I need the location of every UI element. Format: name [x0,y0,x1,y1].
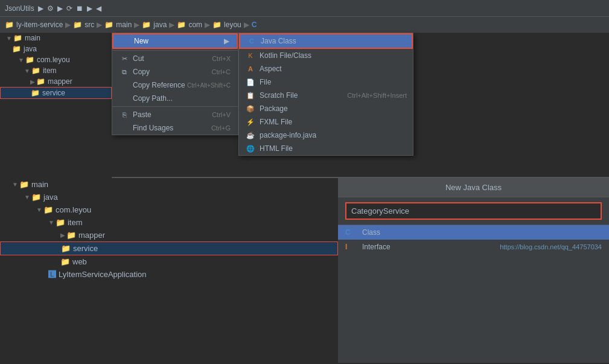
menu-item-copy[interactable]: ⧉ Copy Ctrl+C [112,65,238,78]
paste-icon: ⎘ [120,111,129,118]
tree-item-item[interactable]: ▼ 📁 item [0,65,112,76]
toolbar-icon7[interactable]: ◀ [96,4,101,13]
toolbar: JsonUtils ▶ ⚙ ▶ ⟳ ⏹ ▶ ◀ [0,0,609,17]
toolbar-icon4[interactable]: ⟳ [66,4,72,13]
file-icon: 📄 [245,78,256,86]
dialog-input-row[interactable] [338,197,609,225]
menu-item-new[interactable]: New ▶ [112,33,238,49]
bottom-right-panel: New Java Class C Class I Interface https… [338,178,609,363]
scratch-icon: 📋 [245,92,256,100]
dialog-title: New Java Class [338,178,609,197]
bottom-file-tree: ▼ 📁 main ▼ 📁 java ▼ 📁 com.leyou ▼ 📁 item… [0,178,338,363]
tree-item-mapper[interactable]: ▶ 📁 mapper [0,76,112,87]
toolbar-icon1[interactable]: ▶ [38,4,43,13]
submenu-item-scratch[interactable]: 📋 Scratch File Ctrl+Alt+Shift+Insert [239,89,413,102]
menu-item-find-usages[interactable]: Find Usages Ctrl+G [112,121,238,135]
breadcrumb-part6[interactable]: leyou [224,21,241,29]
toolbar-icon5[interactable]: ⏹ [76,4,83,13]
toolbar-icon6[interactable]: ▶ [87,4,92,13]
submenu-item-java-class[interactable]: C Java Class [239,33,413,49]
submenu-item-package-info[interactable]: ☕ package-info.java [239,129,413,142]
context-menu: New ▶ ✂ Cut Ctrl+X ⧉ Copy Ctrl+C Copy Re… [112,33,238,135]
submenu-item-html[interactable]: 🌐 HTML File [239,142,413,155]
breadcrumb-part1[interactable]: ly-item-service [16,21,63,29]
tree-item-main[interactable]: ▼ 📁 main [0,33,112,43]
csdn-url: https://blog.csdn.net/qq_44757034 [500,243,602,251]
menu-item-paste[interactable]: ⎘ Paste Ctrl+V [112,108,238,121]
kotlin-icon: K [245,52,256,59]
menu-separator-2 [112,106,238,107]
aspect-icon: A [245,65,256,72]
fxml-icon: ⚡ [245,118,256,126]
interface-i-icon: I [345,243,357,251]
package-icon: 📦 [245,105,256,113]
class-name-input[interactable] [345,202,602,220]
breadcrumb-part7[interactable]: C [252,21,257,29]
bottom-tree-comleyou[interactable]: ▼ 📁 com.leyou [0,203,338,216]
breadcrumb-icon2: 📁 [73,21,82,29]
breadcrumb-part4[interactable]: java [153,21,167,29]
bottom-tree-app[interactable]: 🅻 LyItemServiceApplication [0,268,338,281]
bottom-tree-mapper[interactable]: ▶ 📁 mapper [0,229,338,241]
breadcrumb: 📁 ly-item-service ▶ 📁 src ▶ 📁 main ▶ 📁 j… [0,17,609,33]
menu-item-copy-path[interactable]: Copy Path... [112,92,238,105]
top-section: JsonUtils ▶ ⚙ ▶ ⟳ ⏹ ▶ ◀ 📁 ly-item-servic… [0,0,609,178]
menu-separator-1 [112,50,238,51]
bottom-tree-java[interactable]: ▼ 📁 java [0,191,338,203]
submenu-new: C Java Class K Kotlin File/Class A Aspec… [238,33,413,156]
html-icon: 🌐 [245,145,256,153]
new-java-class-dialog: New Java Class C Class I Interface https… [338,178,609,254]
submenu-item-kotlin[interactable]: K Kotlin File/Class [239,49,413,62]
cut-icon: ✂ [120,55,129,63]
tree-item-comleyou[interactable]: ▼ 📁 com.leyou [0,54,112,65]
bottom-tree-item[interactable]: ▼ 📁 item [0,216,338,229]
copy-icon: ⧉ [120,68,129,76]
top-file-tree: ▼ 📁 main 📁 java ▼ 📁 com.leyou ▼ 📁 item ▶… [0,33,112,178]
breadcrumb-icon3: 📁 [104,21,113,29]
bottom-tree-service[interactable]: 📁 service [0,241,338,255]
breadcrumb-icon5: 📁 [177,21,186,29]
submenu-item-fxml[interactable]: ⚡ FXML File [239,115,413,129]
java-class-c-icon: C [246,37,257,45]
submenu-item-file[interactable]: 📄 File [239,75,413,89]
submenu-item-package[interactable]: 📦 Package [239,102,413,115]
breadcrumb-part2[interactable]: src [84,21,94,29]
submenu-item-aspect[interactable]: A Aspect [239,62,413,75]
bottom-tree-web[interactable]: 📁 web [0,255,338,268]
class-c-icon: C [345,228,357,237]
toolbar-icon2[interactable]: ⚙ [47,4,54,13]
breadcrumb-icon6: 📁 [212,21,222,29]
menu-item-copy-reference[interactable]: Copy Reference Ctrl+Alt+Shift+C [112,78,238,92]
breadcrumb-part3[interactable]: main [116,21,132,29]
dialog-option-interface[interactable]: I Interface https://blog.csdn.net/qq_447… [338,240,609,254]
package-info-icon: ☕ [245,132,256,139]
breadcrumb-icon4: 📁 [142,21,151,29]
menu-item-cut[interactable]: ✂ Cut Ctrl+X [112,52,238,65]
bottom-tree-main[interactable]: ▼ 📁 main [0,178,338,191]
toolbar-jsonutils: JsonUtils [5,4,34,13]
tree-item-service[interactable]: 📁 service [0,87,112,99]
bottom-section: ▼ 📁 main ▼ 📁 java ▼ 📁 com.leyou ▼ 📁 item… [0,178,609,363]
dialog-option-class[interactable]: C Class [338,225,609,240]
tree-item-java[interactable]: 📁 java [0,43,112,54]
submenu-arrow-icon: ▶ [224,37,229,45]
toolbar-icon3[interactable]: ▶ [57,4,63,13]
breadcrumb-icon1: 📁 [5,21,14,29]
breadcrumb-part5[interactable]: com [188,21,202,29]
